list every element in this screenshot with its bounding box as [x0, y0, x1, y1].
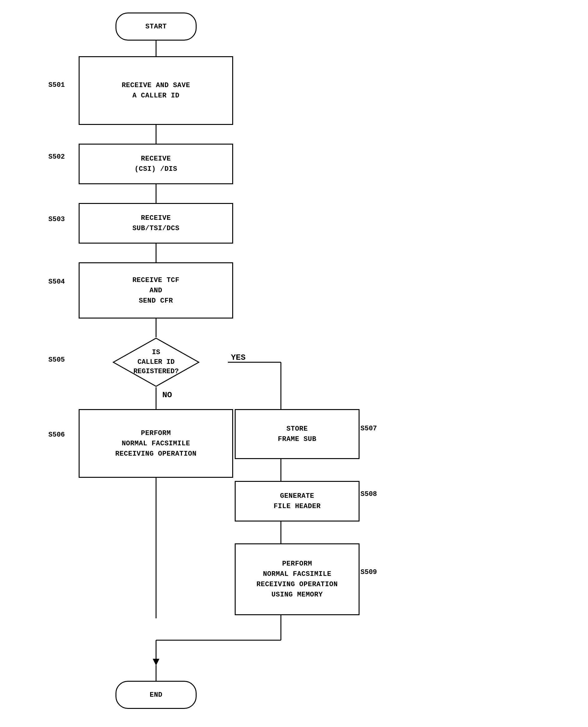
s506-node: PERFORM NORMAL FACSIMILE RECEIVING OPERA… [79, 409, 233, 478]
s503-step-label: S503 [48, 216, 65, 223]
s506-label: PERFORM NORMAL FACSIMILE RECEIVING OPERA… [115, 428, 196, 459]
s503-label: RECEIVE SUB/TSI/DCS [132, 213, 180, 234]
svg-marker-17 [153, 659, 159, 665]
svg-marker-14 [153, 659, 159, 665]
s504-label: RECEIVE TCF AND SEND CFR [132, 275, 180, 306]
s504-step-label: S504 [48, 278, 65, 286]
s507-node: STORE FRAME SUB [235, 409, 360, 459]
s509-node: PERFORM NORMAL FACSIMILE RECEIVING OPERA… [235, 543, 360, 615]
s505-node: ISCALLER IDREGISTERED? [112, 337, 200, 387]
end-label: END [149, 690, 162, 700]
s507-label: STORE FRAME SUB [278, 424, 316, 444]
s504-node: RECEIVE TCF AND SEND CFR [79, 262, 233, 319]
s508-label: GENERATE FILE HEADER [274, 491, 321, 511]
s508-step-label: S508 [360, 490, 377, 498]
s501-step-label: S501 [48, 81, 65, 89]
s502-node: RECEIVE (CSI) /DIS [79, 144, 233, 184]
s508-node: GENERATE FILE HEADER [235, 481, 360, 522]
s509-step-label: S509 [360, 568, 377, 576]
no-label: NO [162, 390, 172, 400]
s509-label: PERFORM NORMAL FACSIMILE RECEIVING OPERA… [256, 559, 338, 600]
start-label: START [145, 22, 167, 32]
s502-step-label: S502 [48, 153, 65, 161]
s506-step-label: S506 [48, 431, 65, 439]
s502-label: RECEIVE (CSI) /DIS [134, 154, 177, 174]
yes-label: YES [231, 353, 246, 362]
s501-node: RECEIVE AND SAVE A CALLER ID [79, 56, 233, 125]
start-node: START [115, 13, 197, 41]
s505-step-label: S505 [48, 356, 65, 364]
s501-label: RECEIVE AND SAVE A CALLER ID [122, 80, 190, 101]
s505-label: ISCALLER IDREGISTERED? [133, 348, 178, 377]
end-node: END [115, 681, 197, 709]
flowchart: START S501 RECEIVE AND SAVE A CALLER ID … [0, 0, 588, 727]
s503-node: RECEIVE SUB/TSI/DCS [79, 203, 233, 244]
s507-step-label: S507 [360, 425, 377, 432]
